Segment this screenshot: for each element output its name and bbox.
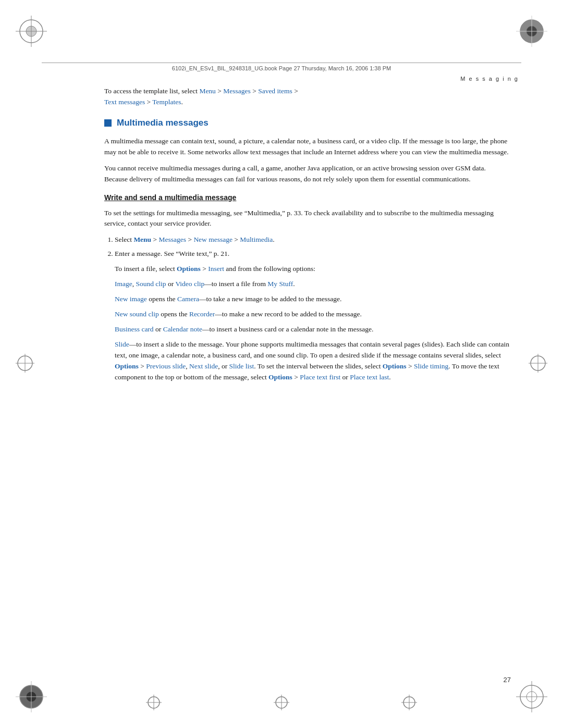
- side-mark-right: [529, 354, 547, 375]
- option5-options2: Options: [383, 362, 407, 370]
- option5-slidelist: Slide list: [229, 362, 254, 370]
- header-file-text: 6102i_EN_ESv1_BIL_9248318_UG.book Page 2…: [172, 65, 391, 71]
- intro-line2-suffix: .: [181, 98, 183, 106]
- step1-messages: Messages: [159, 236, 187, 243]
- content-area: To access the template list, select Menu…: [104, 86, 511, 665]
- option5-prevslide: Previous slide: [146, 362, 186, 370]
- option5-slidetiming: Slide timing: [414, 362, 448, 370]
- intro-templates-link: Templates: [152, 98, 181, 106]
- option5-nextslide: Next slide: [189, 362, 218, 370]
- option4-para: Business card or Calendar note—to insert…: [115, 324, 511, 335]
- multimedia-para1: A multimedia message can contain text, s…: [104, 136, 511, 158]
- step1-item: Select Menu > Messages > New message > M…: [115, 235, 511, 245]
- intro-paragraph: To access the template list, select Menu…: [104, 86, 511, 108]
- insert-suffix: and from the following options:: [224, 265, 315, 273]
- option5-options3: Options: [268, 373, 292, 381]
- option4-calnote: Calendar note: [163, 325, 202, 333]
- step1-a3: >: [232, 236, 240, 243]
- intro-arrow4: >: [145, 98, 152, 106]
- bottom-mark-center: [274, 695, 289, 712]
- page: 6102i_EN_ESv1_BIL_9248318_UG.book Page 2…: [0, 0, 563, 728]
- step1-prefix: Select: [115, 236, 133, 243]
- option1-video: Video clip: [175, 280, 204, 288]
- option5-finor: or: [340, 373, 350, 381]
- option4-or: or: [154, 325, 163, 333]
- step1-menu: Menu: [133, 236, 151, 243]
- blue-square-bullet: [104, 119, 112, 127]
- insert-insert: Insert: [208, 265, 224, 273]
- option5-mid: . To set the interval between the slides…: [254, 362, 383, 370]
- intro-menu-link: Menu: [199, 87, 216, 95]
- section-label: M e s s a g i n g: [460, 76, 519, 82]
- multimedia-heading-container: Multimedia messages: [104, 116, 511, 130]
- corner-mark-tr: [516, 16, 547, 47]
- option5-options: Options: [115, 362, 139, 370]
- option1-mystuff: My Stuff: [267, 280, 293, 288]
- option5-a3: >: [292, 373, 300, 381]
- option5-para: Slide—to insert a slide to the message. …: [115, 339, 511, 383]
- option1-or: or: [166, 280, 176, 288]
- step1-multimedia: Multimedia: [240, 236, 273, 243]
- option5-placelast: Place text last: [350, 373, 389, 381]
- header-bar: 6102i_EN_ESv1_BIL_9248318_UG.book Page 2…: [42, 63, 521, 71]
- multimedia-heading: Multimedia messages: [117, 116, 209, 130]
- write-send-heading: Write and send a multimedia message: [104, 192, 511, 204]
- intro-arrow1: >: [216, 87, 223, 95]
- option3-mid: opens the: [159, 310, 189, 318]
- corner-mark-tl: [16, 16, 47, 47]
- option2-camera: Camera: [177, 295, 199, 303]
- intro-text-prefix: To access the template list, select: [104, 87, 199, 95]
- corner-mark-br: [516, 681, 547, 712]
- insert-options: Options: [177, 265, 201, 273]
- option5-or: , or: [218, 362, 229, 370]
- option2-newimage: New image: [115, 295, 147, 303]
- intro-textmessages-link: Text messages: [104, 98, 145, 106]
- option5-text: —to insert a slide to the message. Your …: [115, 340, 509, 359]
- step1-a1: >: [151, 236, 158, 243]
- multimedia-para2: You cannot receive multimedia messages d…: [104, 163, 511, 185]
- intro-arrow3: >: [292, 87, 298, 95]
- option2-mid: opens the: [147, 295, 177, 303]
- side-mark-left: [16, 354, 34, 375]
- option3-suffix: —to make a new record to be added to the…: [215, 310, 362, 318]
- option1-image: Image: [115, 280, 132, 288]
- option1-suffix: —to insert a file from: [204, 280, 267, 288]
- write-send-para1: To set the settings for multimedia messa…: [104, 208, 511, 230]
- option4-suffix: —to insert a business card or a calendar…: [202, 325, 373, 333]
- option5-a1: >: [139, 362, 146, 370]
- option3-newsound: New sound clip: [115, 310, 159, 318]
- option5-placefirst: Place text first: [300, 373, 340, 381]
- insert-arrow: >: [201, 265, 208, 273]
- intro-saved-link: Saved items: [258, 87, 292, 95]
- option2-para: New image opens the Camera—to take a new…: [115, 294, 511, 305]
- option3-recorder: Recorder: [189, 310, 215, 318]
- option1-period: .: [293, 280, 295, 288]
- bottom-mark-left: [146, 695, 162, 712]
- option5-a2: >: [407, 362, 414, 370]
- option2-suffix: —to take a new image to be added to the …: [199, 295, 341, 303]
- option4-bizcard: Business card: [115, 325, 154, 333]
- intro-messages-link: Messages: [223, 87, 251, 95]
- page-number: 27: [504, 676, 511, 684]
- intro-arrow2: >: [251, 87, 258, 95]
- option1-sound: Sound clip: [136, 280, 166, 288]
- step1-new: New message: [193, 236, 232, 243]
- step1-a2: >: [186, 236, 193, 243]
- option1-para: Image, Sound clip or Video clip—to inser…: [115, 279, 511, 290]
- step2-item: Enter a message. See “Write text,” p. 21…: [115, 249, 511, 260]
- steps-list: Select Menu > Messages > New message > M…: [115, 235, 511, 260]
- insert-block: To insert a file, select Options > Inser…: [115, 264, 511, 382]
- insert-intro: To insert a file, select Options > Inser…: [115, 264, 511, 275]
- corner-mark-bl: [16, 681, 47, 712]
- step1-suffix: .: [273, 236, 274, 243]
- option5-period: .: [389, 373, 390, 381]
- option5-slide: Slide: [115, 340, 129, 348]
- option3-para: New sound clip opens the Recorder—to mak…: [115, 309, 511, 320]
- insert-prefix: To insert a file, select: [115, 265, 177, 273]
- bottom-mark-right: [401, 695, 417, 712]
